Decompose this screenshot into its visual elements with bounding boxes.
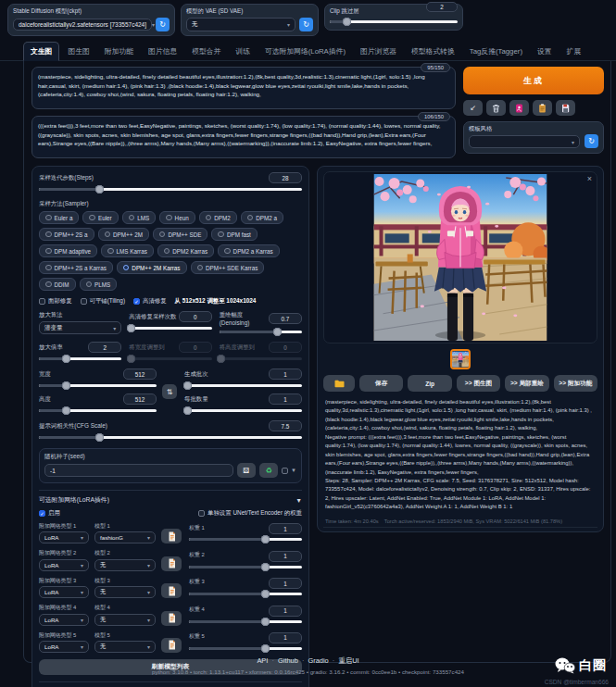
tab-additional-networks[interactable]: 可选附加网络(LoRA插件) xyxy=(258,43,352,60)
lora-model-dropdown[interactable]: fashionG▾ xyxy=(94,531,156,543)
sampler-option[interactable]: DDIM xyxy=(39,278,76,291)
batch-count-value[interactable]: 1 xyxy=(269,368,302,380)
sampler-option[interactable]: Heun xyxy=(159,211,195,224)
tab-extras[interactable]: 附加功能 xyxy=(98,43,140,60)
tiling-checkbox[interactable]: 可平铺(Tiling) xyxy=(81,297,125,306)
lora-type-dropdown[interactable]: LoRA▾ xyxy=(39,531,89,543)
gradio-link[interactable]: Gradio xyxy=(298,656,329,665)
sampler-option[interactable]: DPM++ 2M xyxy=(98,228,149,241)
tab-checkpoint-merger[interactable]: 模型合并 xyxy=(185,43,227,60)
tab-image-browser[interactable]: 图片浏览器 xyxy=(354,43,403,60)
vae-dropdown[interactable]: 无 ▾ xyxy=(186,18,295,31)
tab-train[interactable]: 训练 xyxy=(229,43,257,60)
lora-model-dropdown[interactable]: 无▾ xyxy=(94,559,156,571)
model-refresh-button[interactable]: ↻ xyxy=(156,18,170,31)
lora-weight-slider[interactable] xyxy=(189,535,302,543)
lora-type-dropdown[interactable]: LoRA▾ xyxy=(39,641,89,653)
hires-steps-slider[interactable] xyxy=(129,324,211,332)
reload-ui-link[interactable]: 重启UI xyxy=(329,656,359,665)
steps-value[interactable]: 28 xyxy=(269,172,302,183)
lora-weight-slider[interactable] xyxy=(189,590,302,598)
width-value[interactable]: 512 xyxy=(123,368,157,380)
lora-type-dropdown[interactable]: LoRA▾ xyxy=(39,559,89,571)
lora-model-dropdown[interactable]: 无▾ xyxy=(94,641,156,653)
lora-weight-slider[interactable] xyxy=(189,563,302,571)
apply-style-button[interactable] xyxy=(533,100,552,116)
batch-size-value[interactable]: 1 xyxy=(269,393,302,405)
generate-button[interactable]: 生成 xyxy=(463,67,604,94)
lora-model-info-button[interactable] xyxy=(161,583,182,598)
api-link[interactable]: API xyxy=(257,656,268,665)
hires-steps-value[interactable]: 0 xyxy=(179,311,212,322)
sampler-option[interactable]: DPM fast xyxy=(211,228,257,241)
restore-faces-checkbox[interactable]: 面部修复 xyxy=(39,297,72,306)
styles-refresh-button[interactable]: ↻ xyxy=(585,134,598,148)
lora-model-info-button[interactable] xyxy=(161,638,182,653)
sampler-option[interactable]: DPM2 Karras xyxy=(157,244,214,257)
clip-skip-slider[interactable] xyxy=(330,18,458,26)
send-to-inpaint-button[interactable]: >> 局部重绘 xyxy=(505,375,548,392)
lora-model-info-button[interactable] xyxy=(161,611,182,626)
paste-params-button[interactable]: ↙ xyxy=(463,100,483,116)
generated-image[interactable] xyxy=(373,174,547,341)
negative-prompt-input[interactable]: (((extra feet))),3 feet,more than two fe… xyxy=(31,116,456,158)
steps-slider[interactable] xyxy=(39,185,302,194)
tab-png-info[interactable]: 图片信息 xyxy=(142,43,183,60)
vae-refresh-button[interactable]: ↻ xyxy=(299,18,313,31)
upscale-by-slider[interactable] xyxy=(39,355,121,363)
lora-weight-slider[interactable] xyxy=(189,618,302,626)
sampler-option[interactable]: DPM2 a Karras xyxy=(218,244,280,257)
height-value[interactable]: 512 xyxy=(123,393,157,405)
sampler-option[interactable]: DPM++ 2S a Karras xyxy=(39,261,113,274)
lora-weight-value[interactable]: 1 xyxy=(269,578,302,589)
send-to-img2img-button[interactable]: >> 图生图 xyxy=(457,375,500,392)
send-to-extras-button[interactable]: >> 附加功能 xyxy=(554,375,597,392)
sampler-option[interactable]: DPM adaptive xyxy=(39,244,97,257)
lora-type-dropdown[interactable]: LoRA▾ xyxy=(39,614,89,626)
sampler-option[interactable]: DPM++ 2S a xyxy=(39,228,94,241)
upscaler-dropdown[interactable]: 潜变量 ▾ xyxy=(39,321,121,334)
styles-dropdown[interactable]: ▾ xyxy=(469,135,580,148)
sampler-option[interactable]: DPM2 xyxy=(199,211,237,224)
random-seed-button[interactable]: ⚄ xyxy=(237,463,256,478)
save-style-button[interactable] xyxy=(556,100,575,116)
clip-skip-value[interactable]: 2 xyxy=(426,2,458,12)
hires-fix-checkbox[interactable]: ✓高清修复 xyxy=(133,297,167,306)
sampler-option[interactable]: LMS xyxy=(122,211,156,224)
lora-model-info-button[interactable] xyxy=(161,529,182,543)
zip-button[interactable]: Zip xyxy=(408,375,451,392)
upscale-by-value[interactable]: 2 xyxy=(88,342,121,353)
gallery-thumbnail-selected[interactable] xyxy=(450,349,471,369)
clear-prompt-button[interactable] xyxy=(486,100,506,116)
tab-settings[interactable]: 设置 xyxy=(531,43,559,60)
seed-input[interactable] xyxy=(44,464,233,477)
sampler-option[interactable]: Euler xyxy=(82,211,118,224)
lora-type-dropdown[interactable]: LoRA▾ xyxy=(39,586,89,598)
lora-weight-value[interactable]: 1 xyxy=(269,523,302,534)
swap-width-height-button[interactable]: ⇅ xyxy=(162,384,177,399)
tab-txt2img[interactable]: 文生图 xyxy=(23,42,59,61)
height-slider[interactable] xyxy=(39,406,157,415)
lora-weight-value[interactable]: 1 xyxy=(269,632,302,643)
close-preview-icon[interactable]: × xyxy=(587,174,592,183)
lora-separate-weights-checkbox[interactable]: 单独设置 UNet/Text Encoder 的权重 xyxy=(198,509,302,518)
tab-img2img[interactable]: 图生图 xyxy=(61,43,95,60)
tab-extensions[interactable]: 扩展 xyxy=(560,43,588,60)
lora-model-info-button[interactable] xyxy=(161,556,182,571)
denoising-slider[interactable] xyxy=(220,328,302,336)
lora-model-dropdown[interactable]: 无▾ xyxy=(94,586,156,598)
sampler-option[interactable]: Euler a xyxy=(39,211,79,224)
open-folder-button[interactable] xyxy=(323,375,355,392)
extra-networks-button[interactable] xyxy=(509,100,529,116)
seed-extra-checkbox[interactable]: ▼ xyxy=(282,468,296,474)
cfg-scale-slider[interactable] xyxy=(39,433,302,442)
lora-enable-checkbox[interactable]: ✓启用 xyxy=(39,509,60,518)
sampler-option[interactable]: PLMS xyxy=(80,278,118,291)
lora-model-dropdown[interactable]: 无▾ xyxy=(94,614,156,626)
lora-weight-value[interactable]: 1 xyxy=(269,606,302,617)
model-checkpoint-dropdown[interactable]: dalceforealistictallyv2.safetensors [733… xyxy=(13,19,152,31)
batch-size-slider[interactable] xyxy=(184,406,302,415)
tab-tagger[interactable]: Tag反推(Tagger) xyxy=(463,43,529,60)
sampler-option-selected[interactable]: DPM++ 2M Karras xyxy=(117,261,187,274)
reuse-seed-button[interactable]: ♻ xyxy=(259,463,278,478)
